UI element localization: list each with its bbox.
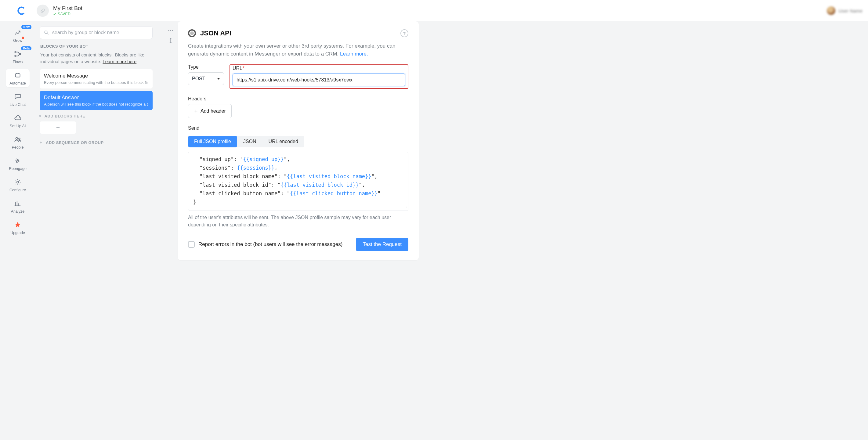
add-blocks-label: ADD BLOCKS HERE: [44, 114, 86, 118]
seg-full-json[interactable]: Full JSON profile: [188, 136, 237, 147]
more-menu-button[interactable]: [168, 27, 173, 32]
type-value: POST: [192, 76, 206, 82]
send-segment: Full JSON profile JSON URL encoded: [188, 136, 304, 147]
blocks-desc: Your bot consists of content 'blocks'. B…: [40, 52, 154, 65]
svg-point-5: [19, 138, 20, 139]
bot-avatar: [37, 5, 49, 17]
plus-icon: [39, 141, 43, 144]
logo-c-icon: [16, 5, 26, 16]
flows-icon: [14, 50, 22, 58]
drag-vertical-icon: [169, 38, 173, 43]
nav-people[interactable]: People: [6, 133, 30, 151]
user-avatar-icon: [827, 6, 835, 15]
search-box[interactable]: [40, 26, 153, 39]
cloud-icon: [14, 114, 22, 122]
nav-configure-label: Configure: [9, 188, 26, 192]
send-label: Send: [188, 125, 408, 131]
block-title: Welcome Message: [44, 73, 148, 79]
svg-point-10: [172, 30, 173, 31]
help-button[interactable]: ?: [400, 29, 408, 37]
drag-handle-button[interactable]: [169, 38, 173, 44]
gear-icon: [14, 178, 22, 186]
nav-live-chat-label: Live Chat: [10, 102, 26, 107]
svg-point-0: [14, 51, 16, 53]
json-body-textarea[interactable]: "signed up": "{{signed up}}", "sessions"…: [188, 152, 408, 211]
report-errors-label: Report errors in the bot (bot users will…: [198, 241, 342, 248]
json-api-panel: JSON API ? Create integrations with your…: [178, 21, 419, 260]
nav-set-up-ai[interactable]: Set Up AI: [6, 112, 30, 130]
svg-point-4: [16, 137, 18, 140]
nav-grow-label: Grow: [13, 38, 22, 43]
saved-label: SAVED: [58, 12, 70, 16]
panel-title: JSON API: [200, 29, 231, 37]
bot-title: My First Bot: [53, 5, 83, 11]
beta-badge: Beta: [21, 46, 31, 50]
nav-reengage[interactable]: Reengage: [6, 154, 30, 173]
add-sequence-row[interactable]: ADD SEQUENCE OR GROUP: [39, 140, 158, 145]
add-header-button[interactable]: Add header: [188, 104, 231, 118]
add-blocks-row[interactable]: ▾ ADD BLOCKS HERE: [39, 114, 158, 118]
report-errors-checkbox[interactable]: [188, 241, 195, 248]
left-nav: New Grow Beta Flows Automate Live Chat S…: [0, 21, 35, 440]
svg-point-2: [19, 53, 21, 55]
star-icon: [14, 221, 22, 229]
nav-live-chat[interactable]: Live Chat: [6, 90, 30, 108]
user-name: User Name: [838, 8, 863, 13]
bot-chip[interactable]: My First Bot SAVED: [37, 5, 83, 17]
saved-indicator: SAVED: [53, 12, 83, 16]
resize-handle-icon[interactable]: ⌟: [404, 203, 407, 210]
block-desc: Every person communicating with the bot …: [44, 80, 148, 85]
editor-gutter: [163, 21, 178, 440]
learn-more-link[interactable]: Learn more.: [340, 51, 368, 57]
svg-point-9: [170, 30, 171, 31]
url-input[interactable]: [232, 73, 405, 86]
blocks-heading: BLOCKS OF YOUR BOT: [40, 44, 158, 49]
search-input[interactable]: [52, 30, 149, 35]
svg-point-7: [44, 31, 47, 34]
nav-analyze-label: Analyze: [11, 209, 24, 214]
seg-json[interactable]: JSON: [237, 136, 262, 147]
automate-icon: [14, 71, 22, 79]
seg-url-encoded[interactable]: URL encoded: [262, 136, 304, 147]
nav-flows[interactable]: Beta Flows: [6, 48, 30, 66]
nav-upgrade[interactable]: Upgrade: [6, 218, 30, 237]
block-card-welcome[interactable]: Welcome Message Every person communicati…: [40, 69, 153, 89]
add-header-label: Add header: [200, 108, 226, 114]
nav-reengage-label: Reengage: [9, 167, 27, 171]
notification-dot-icon: [22, 37, 24, 39]
new-badge: New: [21, 25, 31, 29]
nav-configure[interactable]: Configure: [6, 176, 30, 194]
nav-upgrade-label: Upgrade: [10, 231, 25, 235]
report-errors-row[interactable]: Report errors in the bot (bot users will…: [188, 241, 342, 248]
add-block-button[interactable]: [40, 121, 76, 134]
url-label: URL*: [232, 66, 405, 71]
test-request-button[interactable]: Test the Request: [356, 238, 408, 251]
type-label: Type: [188, 64, 224, 70]
svg-point-6: [17, 181, 19, 183]
json-hint: All of the user's attributes will be sen…: [188, 214, 408, 228]
svg-rect-3: [15, 74, 20, 77]
search-icon: [44, 30, 49, 35]
svg-point-1: [14, 55, 16, 57]
type-select[interactable]: POST: [188, 72, 224, 85]
grow-icon: [14, 29, 22, 37]
required-asterisk-icon: *: [243, 66, 245, 71]
reengage-icon: [14, 157, 22, 165]
block-title: Default Answer: [44, 95, 148, 101]
app-logo[interactable]: [7, 5, 35, 16]
nav-grow[interactable]: New Grow: [6, 26, 30, 44]
analyze-icon: [14, 199, 22, 208]
add-sequence-label: ADD SEQUENCE OR GROUP: [46, 140, 104, 145]
nav-automate[interactable]: Automate: [6, 69, 30, 87]
url-highlight-frame: URL*: [229, 64, 408, 89]
plus-icon: [194, 109, 198, 113]
plus-icon: [56, 125, 60, 130]
block-card-default[interactable]: Default Answer A person will see this bl…: [40, 91, 153, 110]
panel-desc: Create integrations with your own server…: [188, 42, 408, 58]
chevron-down-icon: ▾: [39, 114, 41, 118]
nav-analyze[interactable]: Analyze: [6, 197, 30, 215]
user-menu[interactable]: User Name: [827, 6, 863, 15]
nav-ai-label: Set Up AI: [10, 124, 26, 128]
learn-more-here-link[interactable]: Learn more here: [102, 59, 136, 64]
check-icon: [53, 12, 57, 16]
